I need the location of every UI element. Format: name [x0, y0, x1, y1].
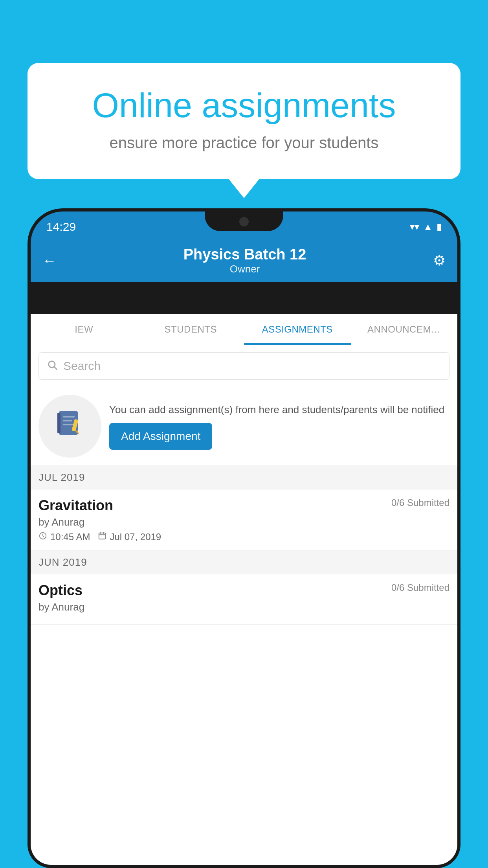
- app-header: ← Physics Batch 12 Owner ⚙: [31, 239, 457, 282]
- status-icons: ▾▾ ▲ ▮: [410, 221, 442, 232]
- screen-content: IEW STUDENTS ASSIGNMENTS ANNOUNCEM…: [31, 314, 457, 865]
- phone-camera: [239, 217, 249, 226]
- promo-text-block: You can add assignment(s) from here and …: [109, 403, 449, 450]
- bubble-title: Online assignments: [55, 86, 433, 125]
- settings-icon[interactable]: ⚙: [433, 252, 446, 269]
- assignment-date: Jul 07, 2019: [110, 531, 161, 542]
- speech-bubble-container: Online assignments ensure more practice …: [28, 63, 460, 179]
- assignment-item-optics[interactable]: Optics 0/6 Submitted by Anurag: [31, 574, 457, 625]
- tab-students[interactable]: STUDENTS: [138, 314, 244, 345]
- assignment-top-row: Gravitation 0/6 Submitted: [39, 497, 449, 514]
- assignment-submitted: 0/6 Submitted: [391, 497, 449, 508]
- assignment-meta: 10:45 AM Jul 07, 2019: [39, 531, 449, 542]
- wifi-icon: ▾▾: [410, 221, 419, 232]
- assignment-name: Gravitation: [39, 497, 113, 514]
- assignment-optics-submitted: 0/6 Submitted: [391, 582, 449, 593]
- tabs: IEW STUDENTS ASSIGNMENTS ANNOUNCEM…: [31, 314, 457, 345]
- assignment-optics-name: Optics: [39, 582, 83, 599]
- search-bar[interactable]: Search: [39, 352, 449, 380]
- batch-title: Physics Batch 12: [183, 246, 306, 263]
- assignment-time-item: 10:45 AM: [39, 531, 90, 542]
- assignment-optics-by: by Anurag: [39, 601, 449, 613]
- phone-inner: 14:29 ▾▾ ▲ ▮ ← Physics Batch 12 Owner ⚙ …: [31, 211, 457, 865]
- battery-icon: ▮: [437, 221, 442, 232]
- tab-assignments[interactable]: ASSIGNMENTS: [244, 314, 351, 345]
- promo-icon-circle: [39, 395, 101, 458]
- add-assignment-button[interactable]: Add Assignment: [109, 423, 212, 450]
- svg-rect-10: [99, 533, 106, 539]
- notebook-icon: [54, 407, 86, 445]
- status-time: 14:29: [46, 220, 76, 234]
- promo-description: You can add assignment(s) from here and …: [109, 403, 449, 417]
- assignment-optics-top-row: Optics 0/6 Submitted: [39, 582, 449, 599]
- tab-iew[interactable]: IEW: [31, 314, 138, 345]
- signal-icon: ▲: [423, 221, 433, 232]
- svg-rect-3: [57, 413, 61, 433]
- batch-subtitle: Owner: [183, 263, 306, 275]
- bubble-subtitle: ensure more practice for your students: [55, 134, 433, 152]
- phone-notch: [205, 211, 283, 231]
- svg-rect-6: [63, 424, 74, 425]
- speech-bubble: Online assignments ensure more practice …: [28, 63, 460, 179]
- search-icon: [47, 359, 58, 373]
- tab-announcements[interactable]: ANNOUNCEM…: [351, 314, 458, 345]
- svg-line-1: [54, 367, 57, 369]
- svg-rect-4: [63, 416, 75, 417]
- assignment-item-gravitation[interactable]: Gravitation 0/6 Submitted by Anurag 10:4…: [31, 489, 457, 551]
- month-header-jul: JUL 2019: [31, 466, 457, 489]
- svg-rect-5: [63, 420, 72, 421]
- assignment-time: 10:45 AM: [50, 531, 90, 542]
- header-title-block: Physics Batch 12 Owner: [183, 246, 306, 275]
- clock-icon: [39, 531, 47, 542]
- calendar-icon: [98, 531, 106, 542]
- search-placeholder: Search: [63, 359, 101, 373]
- back-button[interactable]: ←: [42, 252, 57, 269]
- assignment-by: by Anurag: [39, 516, 449, 528]
- phone-frame: 14:29 ▾▾ ▲ ▮ ← Physics Batch 12 Owner ⚙ …: [28, 208, 460, 868]
- month-header-jun: JUN 2019: [31, 551, 457, 574]
- assignment-date-item: Jul 07, 2019: [98, 531, 161, 542]
- promo-section: You can add assignment(s) from here and …: [31, 387, 457, 466]
